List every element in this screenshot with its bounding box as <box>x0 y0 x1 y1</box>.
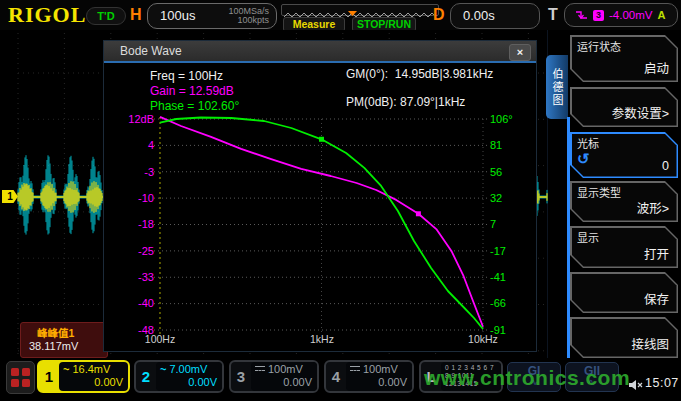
x-tick: 1kHz <box>300 333 344 345</box>
gain-tick: -40 <box>112 297 154 309</box>
phase-tick: 106° <box>490 113 536 125</box>
channel-3[interactable]: 3 100mV 0.00V <box>229 360 319 393</box>
delay-value: 0.00s <box>463 8 495 23</box>
tab-bode[interactable]: 伯德图 <box>546 55 568 119</box>
channel-4[interactable]: 4 100mV 0.00V <box>324 360 414 393</box>
gain-tick: -33 <box>112 271 154 283</box>
phase-tick: 32 <box>490 192 536 204</box>
phase-tick: 81 <box>490 139 536 151</box>
gain-tick: -10 <box>112 192 154 204</box>
sidebar-item-run-state[interactable]: 运行状态 启动 <box>570 35 678 82</box>
ac-coupling-icon: ~ <box>63 363 69 376</box>
bode-wave-dialog: Bode Wave × Freq = 100Hz Gain = 12.59dB … <box>103 40 537 352</box>
measurement-value: 38.117mV <box>29 340 78 352</box>
trigger-source-badge: 3 <box>593 10 604 21</box>
delay-box[interactable]: 0.00s <box>450 3 540 29</box>
gain-tick: 12dB <box>112 113 154 125</box>
watermark: www.cntronics.com <box>424 366 630 390</box>
channel-2[interactable]: 2 ~7.00mV 0.00V <box>134 360 224 393</box>
trigger-edge-icon <box>575 9 588 21</box>
speaker-mute-icon[interactable] <box>628 379 643 391</box>
phase-tick: 7 <box>490 218 536 230</box>
phase-tick: -17 <box>490 245 536 257</box>
bottom-channel-bar: 1 ~16.4mV 0.00V 2 ~7.00mV 0.00V 3 100mV … <box>0 358 681 401</box>
horizontal-box[interactable]: 100us 100MSa/s 100kpts <box>147 3 277 29</box>
sidebar-item-param-setup[interactable]: 参数设置> <box>570 87 678 127</box>
measurement-label: 峰峰值1 <box>37 325 74 340</box>
ac-coupling-icon: ~ <box>160 363 166 376</box>
timebase-value: 100us <box>160 8 195 23</box>
horizontal-label: H <box>130 6 142 24</box>
trigger-mode: A <box>657 9 665 21</box>
menu-grid-icon[interactable] <box>6 361 35 394</box>
dc-coupling-icon <box>350 366 360 373</box>
trigger-label: T <box>548 6 558 24</box>
channel-1[interactable]: 1 ~16.4mV 0.00V <box>37 360 130 393</box>
bode-plot <box>104 41 538 353</box>
trigger-level: -4.00mV <box>609 9 652 21</box>
sidebar-item-save[interactable]: 保存 <box>570 272 678 313</box>
oscilloscope-screen: RIGOL T'D H 100us 100MSa/s 100kpts Measu… <box>0 0 681 401</box>
gain-tick: -3 <box>112 166 154 178</box>
phase-tick: -41 <box>490 271 536 283</box>
rotate-knob-icon: ↺ <box>577 150 590 168</box>
memory-depth: 100kpts <box>237 16 269 25</box>
dc-coupling-icon <box>255 366 265 373</box>
gain-tick: -18 <box>112 218 154 230</box>
phase-tick: -66 <box>490 297 536 309</box>
sidebar-item-wiring-diagram[interactable]: 接线图 <box>570 317 678 358</box>
gain-tick: -25 <box>112 245 154 257</box>
sidebar-item-display[interactable]: 显示 打开 <box>570 226 678 268</box>
sidebar-item-cursor[interactable]: 光标 ↺ 0 <box>570 132 678 178</box>
sidebar-item-display-type[interactable]: 显示类型 波形> <box>570 181 678 222</box>
delay-label: D <box>433 6 445 24</box>
rigol-logo: RIGOL <box>8 2 86 28</box>
top-status-bar: RIGOL T'D H 100us 100MSa/s 100kpts Measu… <box>0 0 681 30</box>
trigger-status-badge: T'D <box>86 7 126 25</box>
trigger-box[interactable]: 3 -4.00mV A <box>564 3 678 27</box>
clock: 15:07 <box>645 376 679 390</box>
measurement-result-box: 峰峰值1 38.117mV <box>20 322 108 358</box>
waveform-preview-strip[interactable] <box>281 4 439 16</box>
x-tick: 100Hz <box>138 333 182 345</box>
phase-tick: 56 <box>490 166 536 178</box>
gain-tick: 4 <box>112 139 154 151</box>
x-tick: 10kHz <box>461 333 505 345</box>
